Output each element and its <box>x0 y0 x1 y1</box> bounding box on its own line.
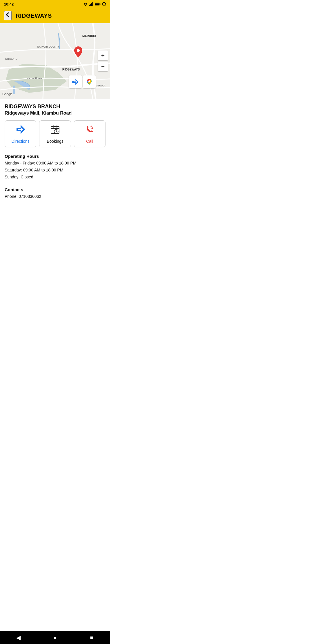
svg-rect-7 <box>95 3 99 5</box>
svg-text:Karura Forest: Karura Forest <box>27 77 43 80</box>
google-logo: Google <box>2 91 12 96</box>
contacts-section: Contacts Phone: 0710336062 <box>5 187 105 200</box>
zoom-out-button[interactable]: − <box>98 61 108 71</box>
svg-point-0 <box>85 5 86 6</box>
call-button[interactable]: Call <box>74 120 105 147</box>
directions-overlay-button[interactable] <box>69 75 82 88</box>
branch-title: RIDGEWAYS BRANCH <box>5 103 105 110</box>
bookings-label: Bookings <box>47 139 63 144</box>
data-icon <box>102 2 106 6</box>
back-button[interactable] <box>4 11 12 20</box>
app-bar: RIDGEWAYS <box>0 8 110 23</box>
svg-point-23 <box>88 80 90 82</box>
contacts-phone: Phone: 0710336062 <box>5 193 105 200</box>
svg-text:NAIROBI COUNTY: NAIROBI COUNTY <box>37 45 60 48</box>
status-bar: 10:42 <box>0 0 110 8</box>
svg-text:MARURUI: MARURUI <box>82 35 96 38</box>
open-maps-button[interactable] <box>83 75 96 88</box>
operating-hours-text: Monday - Friday: 09:00 AM to 18:00 PM Sa… <box>5 160 105 180</box>
svg-rect-27 <box>57 125 57 128</box>
svg-text:KITISURU: KITISURU <box>5 57 17 60</box>
directions-button[interactable]: Directions <box>5 120 36 147</box>
svg-rect-6 <box>100 3 101 5</box>
svg-rect-3 <box>91 3 92 6</box>
directions-label: Directions <box>12 139 30 144</box>
signal-icon <box>89 2 93 6</box>
svg-point-19 <box>77 49 80 52</box>
bookings-icon <box>50 124 60 137</box>
page-title: RIDGEWAYS <box>16 12 52 19</box>
directions-icon <box>15 124 26 137</box>
branch-info: RIDGEWAYS BRANCH Ridgeways Mall, Kiambu … <box>5 103 105 116</box>
contacts-title: Contacts <box>5 187 105 192</box>
call-label: Call <box>86 139 93 144</box>
wifi-icon <box>83 2 88 6</box>
content-area: RIDGEWAYS BRANCH Ridgeways Mall, Kiambu … <box>0 99 110 223</box>
svg-rect-4 <box>92 2 93 6</box>
zoom-in-button[interactable]: + <box>98 50 108 60</box>
status-icons <box>83 2 106 6</box>
map-overlay-buttons <box>69 75 96 88</box>
svg-text:RIDGEWAYS: RIDGEWAYS <box>62 68 80 71</box>
call-icon <box>84 124 95 137</box>
map-controls: + − <box>98 50 108 71</box>
svg-rect-11 <box>13 86 15 94</box>
status-time: 10:42 <box>4 2 14 6</box>
branch-subtitle: Ridgeways Mall, Kiambu Road <box>5 111 105 116</box>
operating-hours-section: Operating Hours Monday - Friday: 09:00 A… <box>5 154 105 180</box>
svg-rect-2 <box>90 4 91 6</box>
battery-icon <box>95 2 101 6</box>
bookings-button[interactable]: Bookings <box>39 120 71 147</box>
svg-rect-1 <box>89 5 90 6</box>
svg-rect-26 <box>53 125 54 128</box>
operating-hours-title: Operating Hours <box>5 154 105 159</box>
map-container[interactable]: MARURUI NAIROBI COUNTY KITISURU ROYSA RI… <box>0 23 110 99</box>
action-buttons: Directions Bookings <box>5 120 105 147</box>
